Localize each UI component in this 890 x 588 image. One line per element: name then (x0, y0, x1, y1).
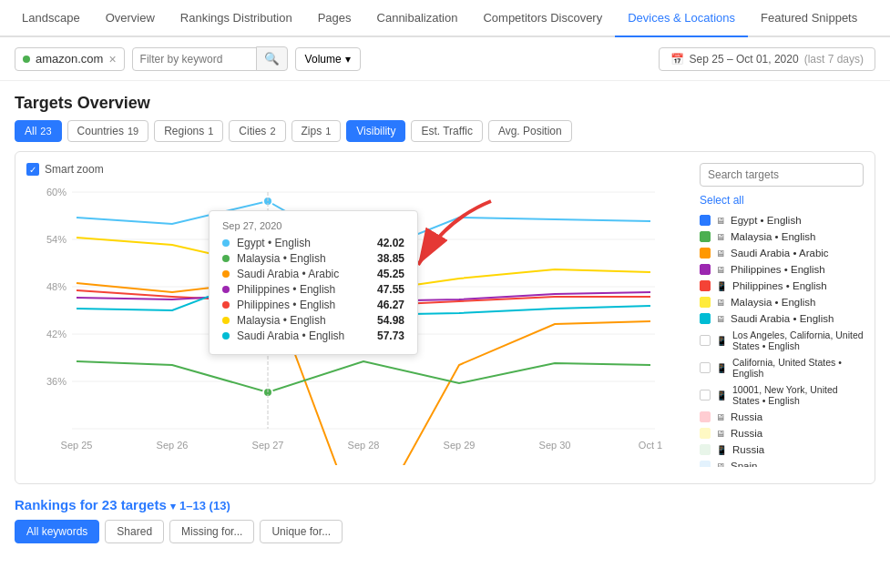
device-icon-1: 🖥 (716, 232, 725, 242)
target-item-5[interactable]: 🖥 Malaysia • English (700, 294, 864, 310)
tooltip-label-2: Saudi Arabia • Arabic (237, 268, 370, 280)
target-checkbox-4[interactable] (700, 280, 711, 291)
tooltip-row-0: Egypt • English 42.02 (222, 237, 404, 249)
volume-dropdown[interactable]: Volume ▾ (295, 47, 361, 71)
target-item-8[interactable]: 📱 California, United States • English (700, 354, 864, 381)
target-item-12[interactable]: 📱 Russia (700, 441, 864, 458)
nav-rankings-distribution[interactable]: Rankings Distribution (168, 0, 305, 37)
target-item-13[interactable]: 🖥 Spain (700, 458, 864, 467)
tooltip-value-3: 47.55 (377, 283, 404, 296)
svg-text:54%: 54% (46, 234, 66, 245)
search-targets-input[interactable] (700, 163, 864, 187)
target-checkbox-9[interactable] (700, 390, 711, 400)
keyword-search-button[interactable]: 🔍 (256, 46, 288, 71)
rankings-tab-shared[interactable]: Shared (105, 520, 164, 543)
tooltip-label-6: Saudi Arabia • English (237, 329, 370, 342)
tooltip-value-0: 42.02 (377, 237, 404, 249)
target-checkbox-5[interactable] (700, 297, 711, 308)
rankings-dropdown-icon[interactable]: ▾ (170, 501, 176, 512)
target-label-5: Malaysia • English (731, 297, 816, 308)
smart-zoom-checkbox[interactable] (26, 163, 39, 176)
keyword-filter-input[interactable] (132, 47, 260, 71)
tooltip-value-6: 57.73 (377, 329, 404, 342)
date-range-button[interactable]: 📅 Sep 25 – Oct 01, 2020 (last 7 days) (659, 47, 875, 71)
target-checkbox-0[interactable] (700, 215, 711, 226)
rankings-range: 1–13 (13) (179, 499, 230, 512)
tab-regions[interactable]: Regions 1 (154, 120, 223, 142)
svg-text:Sep 25: Sep 25 (61, 440, 93, 451)
tooltip-value-2: 45.25 (377, 268, 404, 280)
target-item-6[interactable]: 🖥 Saudi Arabia • English (700, 310, 864, 327)
target-list: 🖥 Egypt • English 🖥 Malaysia • English 🖥… (700, 212, 864, 467)
svg-text:Sep 26: Sep 26 (157, 440, 189, 451)
tooltip-row-5: Malaysia • English 54.98 (222, 314, 404, 327)
nav-competitors-discovery[interactable]: Competitors Discovery (470, 0, 615, 37)
device-icon-12: 📱 (716, 445, 727, 455)
tooltip-row-3: Philippines • English 47.55 (222, 283, 404, 296)
target-checkbox-8[interactable] (700, 362, 711, 373)
target-checkbox-2[interactable] (700, 248, 711, 259)
chart-container: Smart zoom 60% 54% 48% 42% 36% Sep 25 Se… (15, 151, 875, 484)
target-label-3: Philippines • English (731, 264, 825, 275)
rankings-targets-link[interactable]: 23 targets (102, 497, 167, 512)
nav-cannibalization[interactable]: Cannibalization (364, 0, 471, 37)
metric-visibility[interactable]: Visibility (346, 120, 405, 142)
svg-text:36%: 36% (46, 376, 66, 387)
tab-cities[interactable]: Cities 2 (229, 120, 285, 142)
tooltip-label-4: Philippines • English (237, 299, 370, 311)
metric-avg-position[interactable]: Avg. Position (488, 120, 572, 142)
target-item-0[interactable]: 🖥 Egypt • English (700, 212, 864, 228)
target-item-4[interactable]: 📱 Philippines • English (700, 278, 864, 294)
device-icon-9: 📱 (716, 390, 727, 400)
target-label-7: Los Angeles, California, United States •… (732, 329, 864, 351)
target-item-1[interactable]: 🖥 Malaysia • English (700, 228, 864, 245)
target-checkbox-10[interactable] (700, 411, 711, 422)
metric-est-traffic[interactable]: Est. Traffic (411, 120, 482, 142)
device-icon-5: 🖥 (716, 298, 725, 308)
target-label-8: California, United States • English (732, 357, 864, 379)
target-item-7[interactable]: 📱 Los Angeles, California, United States… (700, 327, 864, 354)
nav-devices-locations[interactable]: Devices & Locations (615, 0, 748, 37)
target-item-3[interactable]: 🖥 Philippines • English (700, 261, 864, 278)
target-label-9: 10001, New York, United States • English (732, 384, 864, 406)
target-checkbox-7[interactable] (700, 335, 711, 346)
device-icon-6: 🖥 (716, 314, 725, 324)
device-icon-10: 🖥 (716, 412, 725, 422)
target-checkbox-6[interactable] (700, 313, 711, 324)
select-all-link[interactable]: Select all (700, 194, 864, 207)
target-item-9[interactable]: 📱 10001, New York, United States • Engli… (700, 381, 864, 409)
device-icon-11: 🖥 (716, 429, 725, 439)
chart-svg-wrapper: 60% 54% 48% 42% 36% Sep 25 Sep 26 Sep 27… (26, 183, 689, 465)
target-item-2[interactable]: 🖥 Saudi Arabia • Arabic (700, 245, 864, 261)
svg-text:Sep 30: Sep 30 (539, 440, 571, 451)
device-icon-8: 📱 (716, 363, 727, 373)
nav-featured-snippets[interactable]: Featured Snippets (748, 0, 870, 37)
domain-label: amazon.com (36, 52, 103, 66)
rankings-tab-unique[interactable]: Unique for... (260, 520, 343, 543)
target-checkbox-13[interactable] (700, 461, 711, 467)
target-checkbox-12[interactable] (700, 444, 711, 455)
tab-countries[interactable]: Countries 19 (67, 120, 149, 142)
rankings-tab-all[interactable]: All keywords (15, 520, 99, 543)
rankings-tab-missing[interactable]: Missing for... (169, 520, 254, 543)
tab-zips[interactable]: Zips 1 (292, 120, 342, 142)
smart-zoom-toggle[interactable]: Smart zoom (26, 163, 689, 176)
target-item-11[interactable]: 🖥 Russia (700, 425, 864, 441)
target-item-10[interactable]: 🖥 Russia (700, 409, 864, 425)
tooltip-dot-4 (222, 301, 230, 309)
date-range-label: Sep 25 – Oct 01, 2020 (690, 53, 799, 66)
tooltip-value-4: 46.27 (377, 299, 404, 311)
tooltip-label-1: Malaysia • English (237, 252, 370, 265)
target-checkbox-3[interactable] (700, 264, 711, 275)
domain-close-button[interactable]: × (108, 52, 116, 66)
nav-pages[interactable]: Pages (305, 0, 364, 37)
tooltip-label-0: Egypt • English (237, 237, 370, 249)
target-checkbox-1[interactable] (700, 231, 711, 242)
domain-tag: amazon.com × (15, 47, 125, 71)
svg-text:Sep 28: Sep 28 (348, 440, 380, 451)
tooltip-value-1: 38.85 (377, 252, 404, 265)
nav-landscape[interactable]: Landscape (9, 0, 93, 37)
target-checkbox-11[interactable] (700, 428, 711, 439)
tab-all[interactable]: All 23 (15, 120, 62, 142)
nav-overview[interactable]: Overview (93, 0, 168, 37)
